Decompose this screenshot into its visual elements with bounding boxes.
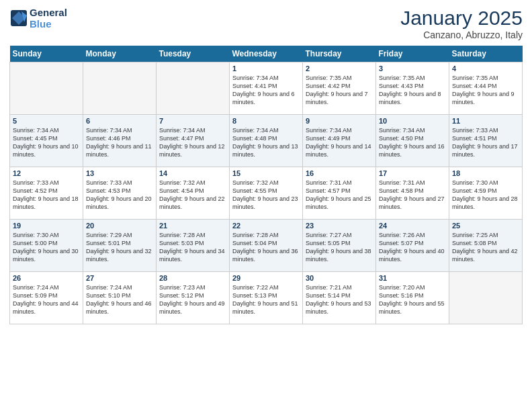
day-number: 14 (159, 169, 226, 177)
day-number: 6 (86, 117, 153, 125)
week-row-3: 12Sunrise: 7:33 AMSunset: 4:52 PMDayligh… (10, 167, 523, 220)
day-content: Sunrise: 7:27 AMSunset: 5:05 PMDaylight:… (306, 231, 373, 264)
day-number: 28 (159, 274, 226, 282)
calendar-cell: 2Sunrise: 7:35 AMSunset: 4:42 PMDaylight… (303, 62, 376, 115)
day-number: 3 (379, 64, 446, 73)
day-content: Sunrise: 7:33 AMSunset: 4:51 PMDaylight:… (452, 126, 519, 159)
subtitle: Canzano, Abruzzo, Italy (400, 30, 523, 40)
day-content: Sunrise: 7:23 AMSunset: 5:12 PMDaylight:… (159, 283, 226, 316)
week-row-4: 19Sunrise: 7:30 AMSunset: 5:00 PMDayligh… (10, 220, 523, 272)
calendar-cell: 18Sunrise: 7:30 AMSunset: 4:59 PMDayligh… (449, 167, 523, 220)
day-content: Sunrise: 7:35 AMSunset: 4:42 PMDaylight:… (306, 74, 373, 107)
day-content: Sunrise: 7:34 AMSunset: 4:46 PMDaylight:… (86, 126, 153, 159)
weekday-header-friday: Friday (376, 46, 449, 62)
day-content: Sunrise: 7:33 AMSunset: 4:53 PMDaylight:… (86, 179, 153, 212)
day-content: Sunrise: 7:34 AMSunset: 4:45 PMDaylight:… (13, 126, 80, 159)
day-content: Sunrise: 7:24 AMSunset: 5:09 PMDaylight:… (13, 283, 80, 316)
day-number: 19 (13, 222, 80, 230)
day-number: 4 (452, 64, 519, 73)
day-number: 20 (86, 222, 153, 230)
calendar-cell: 21Sunrise: 7:28 AMSunset: 5:03 PMDayligh… (157, 220, 230, 272)
calendar-cell: 7Sunrise: 7:34 AMSunset: 4:47 PMDaylight… (157, 115, 230, 167)
day-content: Sunrise: 7:21 AMSunset: 5:14 PMDaylight:… (306, 283, 373, 316)
calendar-cell: 4Sunrise: 7:35 AMSunset: 4:44 PMDaylight… (449, 62, 523, 115)
day-number: 21 (159, 222, 226, 230)
day-content: Sunrise: 7:34 AMSunset: 4:49 PMDaylight:… (306, 126, 373, 159)
calendar-cell: 10Sunrise: 7:34 AMSunset: 4:50 PMDayligh… (376, 115, 449, 167)
day-number: 23 (306, 222, 373, 230)
logo: General Blue (9, 7, 67, 30)
day-content: Sunrise: 7:34 AMSunset: 4:41 PMDaylight:… (232, 74, 300, 107)
weekday-header-sunday: Sunday (10, 46, 83, 62)
day-number: 25 (452, 222, 519, 230)
day-content: Sunrise: 7:34 AMSunset: 4:48 PMDaylight:… (232, 126, 300, 159)
calendar-table: SundayMondayTuesdayWednesdayThursdayFrid… (9, 46, 523, 324)
calendar-cell: 19Sunrise: 7:30 AMSunset: 5:00 PMDayligh… (10, 220, 83, 272)
day-number: 18 (452, 169, 519, 177)
calendar-cell: 22Sunrise: 7:28 AMSunset: 5:04 PMDayligh… (230, 220, 303, 272)
day-number: 26 (13, 274, 80, 282)
day-number: 7 (159, 117, 226, 125)
day-number: 1 (232, 64, 300, 73)
day-number: 17 (379, 169, 446, 177)
title-block: January 2025 Canzano, Abruzzo, Italy (400, 7, 523, 40)
calendar-cell (83, 62, 157, 115)
calendar-cell: 12Sunrise: 7:33 AMSunset: 4:52 PMDayligh… (10, 167, 83, 220)
day-content: Sunrise: 7:34 AMSunset: 4:50 PMDaylight:… (379, 126, 446, 159)
month-title: January 2025 (400, 7, 523, 30)
week-row-2: 5Sunrise: 7:34 AMSunset: 4:45 PMDaylight… (10, 115, 523, 167)
calendar-cell: 30Sunrise: 7:21 AMSunset: 5:14 PMDayligh… (303, 272, 376, 324)
day-number: 31 (379, 274, 446, 282)
calendar-cell: 20Sunrise: 7:29 AMSunset: 5:01 PMDayligh… (83, 220, 157, 272)
calendar-cell: 9Sunrise: 7:34 AMSunset: 4:49 PMDaylight… (303, 115, 376, 167)
weekday-header-row: SundayMondayTuesdayWednesdayThursdayFrid… (10, 46, 523, 62)
calendar-cell: 31Sunrise: 7:20 AMSunset: 5:16 PMDayligh… (376, 272, 449, 324)
calendar-cell: 23Sunrise: 7:27 AMSunset: 5:05 PMDayligh… (303, 220, 376, 272)
calendar-cell (157, 62, 230, 115)
calendar-cell: 11Sunrise: 7:33 AMSunset: 4:51 PMDayligh… (449, 115, 523, 167)
day-content: Sunrise: 7:33 AMSunset: 4:52 PMDaylight:… (13, 179, 80, 212)
day-content: Sunrise: 7:34 AMSunset: 4:47 PMDaylight:… (159, 126, 226, 159)
day-number: 24 (379, 222, 446, 230)
day-number: 22 (232, 222, 300, 230)
day-number: 29 (232, 274, 300, 282)
day-number: 16 (306, 169, 373, 177)
day-number: 9 (306, 117, 373, 125)
week-row-1: 1Sunrise: 7:34 AMSunset: 4:41 PMDaylight… (10, 62, 523, 115)
day-content: Sunrise: 7:29 AMSunset: 5:01 PMDaylight:… (86, 231, 153, 264)
calendar-cell: 17Sunrise: 7:31 AMSunset: 4:58 PMDayligh… (376, 167, 449, 220)
calendar-cell: 1Sunrise: 7:34 AMSunset: 4:41 PMDaylight… (230, 62, 303, 115)
day-content: Sunrise: 7:35 AMSunset: 4:44 PMDaylight:… (452, 74, 519, 107)
calendar-cell: 14Sunrise: 7:32 AMSunset: 4:54 PMDayligh… (157, 167, 230, 220)
calendar-cell: 15Sunrise: 7:32 AMSunset: 4:55 PMDayligh… (230, 167, 303, 220)
day-content: Sunrise: 7:32 AMSunset: 4:54 PMDaylight:… (159, 179, 226, 212)
calendar-cell: 3Sunrise: 7:35 AMSunset: 4:43 PMDaylight… (376, 62, 449, 115)
weekday-header-tuesday: Tuesday (157, 46, 230, 62)
calendar-cell: 25Sunrise: 7:25 AMSunset: 5:08 PMDayligh… (449, 220, 523, 272)
day-number: 2 (306, 64, 373, 73)
weekday-header-saturday: Saturday (449, 46, 523, 62)
logo-icon (9, 9, 28, 28)
calendar-cell: 8Sunrise: 7:34 AMSunset: 4:48 PMDaylight… (230, 115, 303, 167)
day-content: Sunrise: 7:30 AMSunset: 5:00 PMDaylight:… (13, 231, 80, 264)
day-content: Sunrise: 7:31 AMSunset: 4:58 PMDaylight:… (379, 179, 446, 212)
day-content: Sunrise: 7:35 AMSunset: 4:43 PMDaylight:… (379, 74, 446, 107)
header: General Blue January 2025 Canzano, Abruz… (9, 7, 523, 40)
day-number: 11 (452, 117, 519, 125)
day-number: 30 (306, 274, 373, 282)
day-content: Sunrise: 7:32 AMSunset: 4:55 PMDaylight:… (232, 179, 300, 212)
calendar-cell (449, 272, 523, 324)
day-number: 10 (379, 117, 446, 125)
weekday-header-thursday: Thursday (303, 46, 376, 62)
calendar-cell: 13Sunrise: 7:33 AMSunset: 4:53 PMDayligh… (83, 167, 157, 220)
day-content: Sunrise: 7:30 AMSunset: 4:59 PMDaylight:… (452, 179, 519, 212)
day-content: Sunrise: 7:31 AMSunset: 4:57 PMDaylight:… (306, 179, 373, 212)
day-number: 5 (13, 117, 80, 125)
weekday-header-monday: Monday (83, 46, 157, 62)
calendar-cell (10, 62, 83, 115)
day-number: 15 (232, 169, 300, 177)
day-number: 27 (86, 274, 153, 282)
week-row-5: 26Sunrise: 7:24 AMSunset: 5:09 PMDayligh… (10, 272, 523, 324)
calendar-cell: 26Sunrise: 7:24 AMSunset: 5:09 PMDayligh… (10, 272, 83, 324)
day-content: Sunrise: 7:22 AMSunset: 5:13 PMDaylight:… (232, 283, 300, 316)
